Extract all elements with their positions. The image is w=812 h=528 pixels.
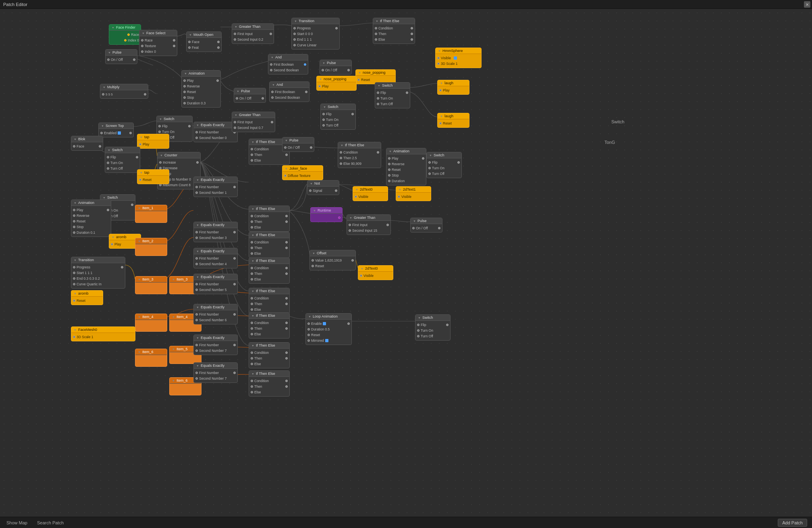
node-title-pulse-1: Pulse bbox=[106, 50, 137, 56]
node-title-if-then-else-9: If Then Else bbox=[249, 371, 289, 377]
node-switch-8[interactable]: Switch Flip Turn On Turn Off bbox=[415, 314, 451, 341]
node-if-then-else-4[interactable]: If Then Else Condition Then Else bbox=[249, 232, 290, 258]
node-if-then-else-9[interactable]: If Then Else Condition Then Else bbox=[249, 370, 290, 397]
node-pulse-4[interactable]: Pulse On / Off bbox=[282, 137, 314, 152]
node-title-greater-than-2: Greater Than bbox=[232, 112, 275, 118]
node-offset[interactable]: Offset Value 1,620,1919 Reset bbox=[309, 250, 356, 270]
node-if-then-else-8[interactable]: If Then Else Condition Then Else bbox=[249, 342, 290, 368]
node-transition-1[interactable]: Transition Progress Start 0 0 0 End 1 1 … bbox=[291, 18, 340, 50]
node-joker-face[interactable]: Joker_face Diffuse Texture bbox=[282, 165, 323, 180]
node-equals-exactly-2[interactable]: Equals Exactly First Number Second Numbe… bbox=[193, 177, 238, 197]
node-face-select[interactable]: Face Select Race Texture Index 0 bbox=[139, 30, 177, 56]
canvas-area[interactable]: Face Finder Race Index 0 Face Select Rac… bbox=[0, 9, 812, 517]
node-if-then-else-5[interactable]: If Then Else Condition Then Else bbox=[249, 258, 290, 284]
node-if-then-else-7[interactable]: If Then Else Condition Then Else bbox=[249, 312, 290, 339]
node-equals-exactly-6[interactable]: Equals Exactly First Number Second Numbe… bbox=[193, 304, 238, 324]
node-equals-exactly-7[interactable]: Equals Exactly First Number Second Numbe… bbox=[193, 335, 238, 355]
node-loop-animation[interactable]: Loop Animation Enable Duration 0.5 Reset… bbox=[305, 313, 352, 345]
node-nose-popping-2[interactable]: nose_popping Play bbox=[316, 76, 357, 91]
node-title-transition-1: Transition bbox=[292, 18, 339, 24]
node-if-then-else-3[interactable]: If Then Else Condition Then Else bbox=[249, 206, 290, 232]
node-title-laugh-1: laugh bbox=[438, 80, 469, 86]
node-pulse-5[interactable]: Pulse On / Off bbox=[410, 218, 442, 233]
node-title-mouth-open: Mouth Open bbox=[187, 32, 221, 38]
node-title-switch-3: Switch bbox=[157, 116, 192, 122]
node-switch-2[interactable]: Switch Flip Turn On Turn Off bbox=[320, 104, 356, 130]
node-runtime[interactable]: Runtime bbox=[310, 207, 343, 222]
node-equals-exactly-4[interactable]: Equals Exactly First Number Second Numbe… bbox=[193, 248, 238, 268]
node-switch-5[interactable]: Switch Flip Turn On Turn Off bbox=[105, 147, 140, 173]
node-equals-exactly-8[interactable]: Equals Exactly First Number Second Numbe… bbox=[193, 362, 238, 383]
node-if-then-else-6[interactable]: If Then Else Condition Then Else bbox=[249, 288, 290, 314]
node-title-item-6: Item_6 bbox=[135, 349, 167, 355]
node-title-switch-1: Switch bbox=[375, 83, 410, 89]
node-title-if-then-else-1: If Then Else bbox=[373, 18, 415, 24]
node-and-1[interactable]: And First Boolean Second Boolean bbox=[268, 54, 308, 75]
node-title-animation-2: Animation bbox=[386, 148, 426, 154]
node-title-facemesh: FaceMesh0 bbox=[71, 327, 135, 333]
node-multiply[interactable]: Multiply 5 5 5 bbox=[100, 84, 148, 99]
node-and-2[interactable]: And First Boolean Second Boolean bbox=[269, 81, 309, 102]
node-pulse-3[interactable]: Pulse On / Off bbox=[234, 88, 266, 103]
node-blok[interactable]: Blok Face bbox=[71, 136, 103, 151]
node-item-1[interactable]: Item_1 bbox=[135, 205, 167, 223]
search-patch-button[interactable]: Search Patch bbox=[35, 520, 65, 526]
node-transition-2[interactable]: Transition Progress Start 1 1 1 End 0.3 … bbox=[71, 257, 125, 289]
node-pulse-1[interactable]: Pulse On / Off bbox=[105, 49, 137, 64]
node-tap-2[interactable]: tap Reset bbox=[137, 169, 169, 184]
close-button[interactable]: ✕ bbox=[804, 1, 810, 8]
tong-label: TonG bbox=[604, 140, 615, 145]
node-greater-than-1[interactable]: Greater Than First Input Second Input 0.… bbox=[232, 23, 274, 44]
node-switch-1[interactable]: Switch Flip Turn On Turn Off bbox=[375, 82, 410, 108]
node-title-greater-than-1: Greater Than bbox=[232, 24, 274, 30]
node-not[interactable]: Not Signal bbox=[307, 180, 339, 195]
node-animation-1[interactable]: Animation Play Reverse Reset Stop Durati… bbox=[181, 70, 221, 108]
node-switch-6[interactable]: Switch Flip Turn On Turn Off bbox=[426, 152, 462, 178]
node-title-if-then-else-7: If Then Else bbox=[249, 313, 289, 319]
node-title-face-select: Face Select bbox=[139, 30, 177, 36]
node-title-face-finder: Face Finder bbox=[109, 25, 141, 31]
node-equals-exactly-5[interactable]: Equals Exactly First Number Second Numbe… bbox=[193, 274, 238, 294]
node-laugh-1[interactable]: laugh Play bbox=[437, 80, 469, 95]
node-item-6[interactable]: Item_6 bbox=[135, 349, 167, 367]
node-item-2[interactable]: Item_2 bbox=[135, 238, 167, 256]
node-item-4[interactable]: Item_4 bbox=[135, 314, 167, 332]
node-title-if-then-else-6: If Then Else bbox=[249, 288, 289, 294]
add-patch-button[interactable]: Add Patch bbox=[778, 519, 807, 527]
node-title-item-1: Item_1 bbox=[135, 205, 167, 211]
node-title-equals-exactly-7: Equals Exactly bbox=[194, 335, 237, 341]
node-if-then-else-1[interactable]: If Then Else Condition Then Else bbox=[373, 18, 415, 44]
node-tap-1[interactable]: tap Play bbox=[137, 134, 169, 149]
node-laugh-2[interactable]: laugh Reset bbox=[437, 113, 469, 128]
node-greater-than-2[interactable]: Greater Than First Input Second Input 0.… bbox=[232, 112, 275, 132]
node-title-loop-animation: Loop Animation bbox=[306, 314, 351, 320]
node-pulse-2[interactable]: Pulse On / Off bbox=[320, 60, 352, 75]
node-title-laugh-2: laugh bbox=[438, 113, 469, 119]
node-title-equals-exactly-1: Equals Exactly bbox=[194, 122, 237, 128]
node-animation-2[interactable]: Animation Play Reverse Reset Stop Durati… bbox=[386, 148, 426, 185]
node-title-switch-8: Switch bbox=[415, 315, 450, 321]
node-if-then-else-rt[interactable]: If Then Else Condition Then 2.5 Else 90,… bbox=[338, 142, 381, 168]
node-2dtext1-a[interactable]: 2dText1 Visible bbox=[396, 186, 431, 201]
node-item-3[interactable]: Item_3 bbox=[135, 276, 167, 294]
node-face-finder[interactable]: Face Finder Race Index 0 bbox=[109, 24, 141, 45]
node-greater-than-3[interactable]: Greater Than First Input Second Input 15 bbox=[347, 214, 391, 235]
node-title-animation-1: Animation bbox=[182, 71, 220, 77]
node-2dtext0-a[interactable]: 2dText0 Visible bbox=[353, 186, 388, 201]
show-map-button[interactable]: Show Map bbox=[5, 520, 29, 526]
node-title-and-1: And bbox=[268, 54, 308, 60]
node-title-equals-exactly-6: Equals Exactly bbox=[194, 304, 237, 310]
node-screen-top[interactable]: Screen Top Enabled bbox=[98, 123, 134, 137]
node-hmm-sphere[interactable]: HmmSphere Visible 3D Scale 1 bbox=[435, 48, 482, 68]
switch-label-right: Switch bbox=[611, 119, 624, 124]
node-title-transition-2: Transition bbox=[71, 257, 125, 263]
node-2dtext0-b[interactable]: 2dText0 Visible bbox=[358, 265, 393, 280]
node-animation-3[interactable]: Animation Play Reverse Reset Stop Durati… bbox=[71, 200, 111, 237]
node-title-equals-exactly-5: Equals Exactly bbox=[194, 274, 237, 280]
node-mouth-open[interactable]: Mouth Open Face Feat bbox=[186, 31, 222, 52]
node-equals-exactly-1[interactable]: Equals Exactly First Number Second Numbe… bbox=[193, 122, 238, 142]
node-equals-exactly-3[interactable]: Equals Exactly First Number Second Numbe… bbox=[193, 222, 238, 242]
node-aromb-2[interactable]: aromb Reset bbox=[71, 290, 103, 305]
node-title-not: Not bbox=[307, 181, 339, 187]
node-facemesh[interactable]: FaceMesh0 3D Scale 1 bbox=[71, 326, 135, 341]
